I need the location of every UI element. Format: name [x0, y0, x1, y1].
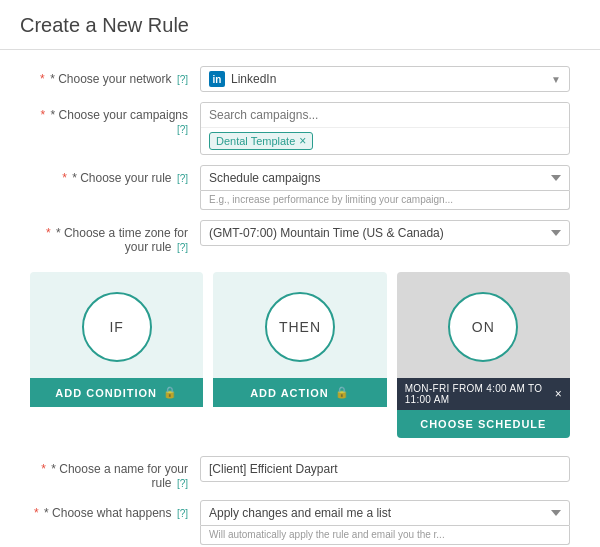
what-happens-row: * * Choose what happens [?] Apply change…	[30, 500, 570, 545]
required-star-4: *	[46, 226, 51, 240]
rule-select[interactable]: Schedule campaigns	[200, 165, 570, 191]
lock-icon-then: 🔒	[335, 386, 350, 399]
network-control: in LinkedIn ▼	[200, 66, 570, 92]
timezone-row: * * Choose a time zone for your rule [?]…	[30, 220, 570, 254]
network-dropdown-arrow: ▼	[551, 74, 561, 85]
if-card: IF ADD CONDITION 🔒	[30, 272, 203, 438]
what-happens-control: Apply changes and email me a list Will a…	[200, 500, 570, 545]
on-footer-label: CHOOSE SCHEDULE	[420, 418, 546, 430]
rule-name-control	[200, 456, 570, 482]
timezone-label: * * Choose a time zone for your rule [?]	[30, 220, 200, 254]
linkedin-icon: in	[209, 71, 225, 87]
rule-label: * * Choose your rule [?]	[30, 165, 200, 185]
content-area: * * Choose your network [?] in LinkedIn …	[0, 50, 600, 547]
network-value: LinkedIn	[231, 72, 551, 86]
lock-icon-if: 🔒	[163, 386, 178, 399]
rule-control: Schedule campaigns E.g., increase perfor…	[200, 165, 570, 210]
if-footer-label: ADD CONDITION	[55, 387, 157, 399]
what-happens-label: * * Choose what happens [?]	[30, 500, 200, 520]
on-card-body: ON	[397, 272, 570, 378]
on-card-footer[interactable]: CHOOSE SCHEDULE	[397, 410, 570, 438]
campaigns-help[interactable]: [?]	[177, 124, 188, 135]
rule-name-input[interactable]	[200, 456, 570, 482]
campaigns-row: * * Choose your campaigns [?] Dental Tem…	[30, 102, 570, 155]
network-label-text: * Choose your network	[50, 72, 171, 86]
campaigns-label-text: * Choose your campaigns	[51, 108, 188, 122]
then-card-body: THEN	[213, 272, 386, 378]
timezone-label-text: * Choose a time zone for your rule	[56, 226, 188, 254]
rule-row: * * Choose your rule [?] Schedule campai…	[30, 165, 570, 210]
timezone-select[interactable]: (GMT-07:00) Mountain Time (US & Canada)	[200, 220, 570, 246]
network-select[interactable]: in LinkedIn ▼	[200, 66, 570, 92]
cards-row: IF ADD CONDITION 🔒 THEN ADD ACTION 🔒	[30, 272, 570, 438]
then-circle: THEN	[265, 292, 335, 362]
campaigns-box: Dental Template ×	[200, 102, 570, 155]
on-circle: ON	[448, 292, 518, 362]
rule-label-text: * Choose your rule	[72, 171, 171, 185]
rule-select-wrapper: Schedule campaigns E.g., increase perfor…	[200, 165, 570, 210]
required-star-3: *	[62, 171, 67, 185]
required-star-6: *	[34, 506, 39, 520]
what-happens-help[interactable]: [?]	[177, 508, 188, 519]
if-card-body: IF	[30, 272, 203, 378]
what-happens-label-text: * Choose what happens	[44, 506, 171, 520]
required-star: *	[40, 72, 45, 86]
campaigns-control: Dental Template ×	[200, 102, 570, 155]
schedule-tag-remove[interactable]: ×	[555, 387, 562, 401]
rule-name-label-text: * Choose a name for your rule	[51, 462, 188, 490]
schedule-tag-text: MON-FRI FROM 4:00 AM TO 11:00 AM	[405, 383, 555, 405]
network-row: * * Choose your network [?] in LinkedIn …	[30, 66, 570, 92]
schedule-tag: MON-FRI FROM 4:00 AM TO 11:00 AM ×	[397, 378, 570, 410]
then-footer-label: ADD ACTION	[250, 387, 329, 399]
rule-name-label: * * Choose a name for your rule [?]	[30, 456, 200, 490]
then-card: THEN ADD ACTION 🔒	[213, 272, 386, 438]
if-circle: IF	[82, 292, 152, 362]
campaigns-label: * * Choose your campaigns [?]	[30, 102, 200, 136]
page-container: Create a New Rule * * Choose your networ…	[0, 0, 600, 547]
required-star-2: *	[41, 108, 46, 122]
rule-name-help[interactable]: [?]	[177, 478, 188, 489]
campaign-tag-label: Dental Template	[216, 135, 295, 147]
network-help[interactable]: [?]	[177, 74, 188, 85]
page-header: Create a New Rule	[0, 0, 600, 50]
timezone-help[interactable]: [?]	[177, 242, 188, 253]
required-star-5: *	[41, 462, 46, 476]
if-card-footer[interactable]: ADD CONDITION 🔒	[30, 378, 203, 407]
page-title: Create a New Rule	[20, 14, 580, 37]
timezone-control: (GMT-07:00) Mountain Time (US & Canada)	[200, 220, 570, 246]
campaign-tag-dental: Dental Template ×	[209, 132, 313, 150]
then-card-footer[interactable]: ADD ACTION 🔒	[213, 378, 386, 407]
what-happens-hint: Will automatically apply the rule and em…	[200, 526, 570, 545]
what-happens-select[interactable]: Apply changes and email me a list	[200, 500, 570, 526]
network-label: * * Choose your network [?]	[30, 66, 200, 86]
what-happens-select-wrapper: Apply changes and email me a list Will a…	[200, 500, 570, 545]
rule-hint: E.g., increase performance by limiting y…	[200, 191, 570, 210]
rule-name-row: * * Choose a name for your rule [?]	[30, 456, 570, 490]
campaigns-search-input[interactable]	[201, 103, 569, 128]
campaign-tag-remove[interactable]: ×	[299, 135, 306, 147]
campaigns-tag-area: Dental Template ×	[201, 128, 569, 154]
on-card: ON MON-FRI FROM 4:00 AM TO 11:00 AM × CH…	[397, 272, 570, 438]
rule-help[interactable]: [?]	[177, 173, 188, 184]
